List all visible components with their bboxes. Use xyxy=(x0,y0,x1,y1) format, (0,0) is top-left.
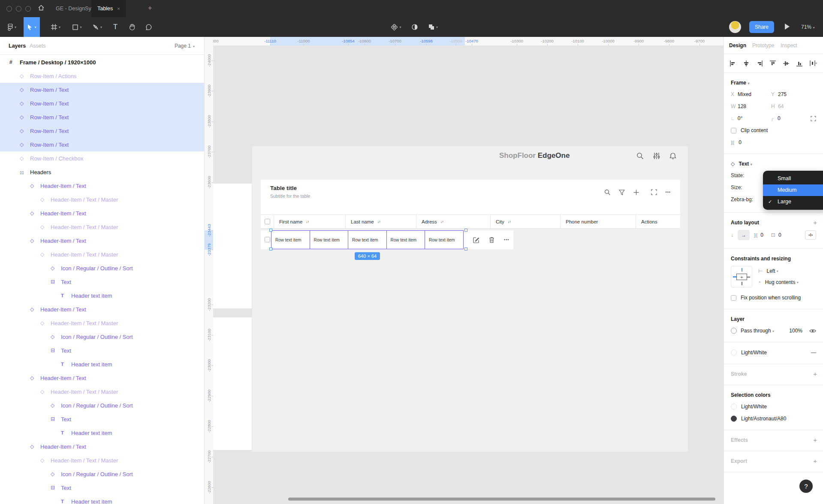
frame-tool-button[interactable]: ▾ xyxy=(46,17,65,37)
selection-handle-top-left[interactable] xyxy=(269,229,272,232)
text-tool-button[interactable]: T xyxy=(108,17,123,37)
layer-row[interactable]: Header text item xyxy=(0,357,204,371)
row-edit-icon[interactable] xyxy=(473,237,479,243)
layer-row[interactable]: Row-Item / Text xyxy=(0,124,204,138)
layer-row[interactable]: Icon / Regular / Outline / Sort xyxy=(0,398,204,412)
present-button[interactable] xyxy=(785,24,790,30)
frame-section-header[interactable]: Frame ▾ xyxy=(724,77,823,88)
layer-row[interactable]: Header-Item / Text xyxy=(0,179,204,193)
constraint-center[interactable]: + xyxy=(736,274,747,280)
layer-row[interactable]: Text xyxy=(0,275,204,289)
clip-content-checkbox[interactable] xyxy=(731,128,736,133)
layer-row[interactable]: Header-Item / Text xyxy=(0,440,204,453)
menu-item-large[interactable]: ✓Large xyxy=(763,196,823,208)
move-tool-button[interactable]: ▾ xyxy=(24,17,40,37)
layer-row[interactable]: Headers xyxy=(0,165,204,179)
layer-row[interactable]: Header-Item / Text xyxy=(0,234,204,247)
table-data-row[interactable]: Row text itemRow text itemRow text itemR… xyxy=(261,230,513,249)
table-filter-icon[interactable] xyxy=(619,190,625,195)
component-tool-button[interactable]: ▾ xyxy=(387,17,405,37)
share-button[interactable]: Share xyxy=(749,21,774,33)
layer-row[interactable]: Row-Item / Text xyxy=(0,138,204,151)
visibility-eye-icon[interactable] xyxy=(809,329,816,333)
fill-swatch[interactable] xyxy=(731,350,737,356)
selection-color-row[interactable]: Light/Astronaut/A80 xyxy=(724,413,823,425)
fix-position-checkbox[interactable] xyxy=(731,295,736,301)
add-export-button[interactable]: + xyxy=(813,457,817,465)
layer-row[interactable]: Header-Item / Text xyxy=(0,206,204,220)
align-bottom-icon[interactable] xyxy=(796,60,802,66)
row-cell[interactable]: Row text item xyxy=(386,230,425,249)
table-more-icon[interactable]: ••• xyxy=(666,190,671,194)
layer-row[interactable]: Text xyxy=(0,481,204,495)
canvas[interactable]: ShopFloor EdgeOne Table title Subtitle f… xyxy=(205,37,724,504)
remove-fill-icon[interactable]: — xyxy=(811,350,816,356)
align-left-icon[interactable] xyxy=(730,60,736,66)
spacing-input[interactable]: 0 xyxy=(739,139,742,145)
user-avatar[interactable] xyxy=(729,21,741,33)
column-header[interactable]: Last name↓↑ xyxy=(345,215,416,228)
search-icon[interactable] xyxy=(636,152,644,160)
constraint-top-tick[interactable] xyxy=(742,268,743,272)
auto-layout-add-button[interactable]: + xyxy=(813,219,817,226)
vertical-resize-dropdown[interactable]: ⌄⌃ Hug contents ▾ xyxy=(758,277,799,288)
constraints-widget[interactable]: + xyxy=(731,266,752,287)
selection-handle-bottom-left[interactable] xyxy=(269,247,272,250)
zoom-level-dropdown[interactable]: 71% ▾ xyxy=(801,17,814,37)
row-cell[interactable]: Row text item xyxy=(310,230,349,249)
row-cell[interactable]: Row text item xyxy=(425,230,464,249)
row-delete-icon[interactable] xyxy=(489,237,494,243)
y-input[interactable]: 275 xyxy=(778,91,811,97)
shape-tool-button[interactable]: ▾ xyxy=(68,17,87,37)
layer-row[interactable]: Header-Item / Text / Master xyxy=(0,453,204,467)
layer-row[interactable]: Icon / Regular / Outline / Sort xyxy=(0,467,204,481)
item-spacing-input[interactable]: 0 xyxy=(760,232,763,238)
layer-row[interactable]: Header text item xyxy=(0,426,204,440)
fix-position-row[interactable]: Fix position when scrolling xyxy=(724,292,823,304)
direction-right-button[interactable]: → xyxy=(738,230,750,240)
align-vertical-center-icon[interactable] xyxy=(783,60,789,66)
table-add-icon[interactable] xyxy=(633,190,639,195)
layer-row[interactable]: Text xyxy=(0,412,204,426)
layer-row[interactable]: Header text item xyxy=(0,289,204,302)
boolean-tool-button[interactable]: ▾ xyxy=(424,17,443,37)
menu-item-medium[interactable]: Medium xyxy=(763,184,823,196)
constraint-bottom-tick[interactable] xyxy=(742,282,742,285)
column-header[interactable]: Actions xyxy=(636,215,680,228)
layer-row[interactable]: Row-Item / Actions xyxy=(0,69,204,83)
horizontal-constraint-dropdown[interactable]: ⊢ Left ▾ xyxy=(758,266,799,277)
distribute-button[interactable]: ▾ xyxy=(810,60,817,66)
window-minimize-button[interactable] xyxy=(16,6,21,12)
window-zoom-button[interactable] xyxy=(25,6,31,12)
layer-row[interactable]: Row-Item / Text xyxy=(0,83,204,97)
independent-corners-icon[interactable] xyxy=(811,116,816,121)
column-header[interactable]: Phone number xyxy=(560,215,636,228)
column-header[interactable]: City↓↑ xyxy=(490,215,560,228)
layer-row[interactable]: Header-Item / Text / Master xyxy=(0,220,204,234)
color-swatch[interactable] xyxy=(731,416,737,422)
direction-down-button[interactable]: ↓ xyxy=(731,232,733,238)
constraint-left-tick[interactable] xyxy=(733,276,736,278)
column-header[interactable]: First name↓↑ xyxy=(274,215,345,228)
sort-icon[interactable]: ↓↑ xyxy=(306,220,309,224)
layer-row[interactable]: Frame / Desktop / 1920×1000 xyxy=(0,55,204,69)
layer-row[interactable]: Header text item xyxy=(0,495,204,504)
layer-row[interactable]: Row-Item / Checkbox xyxy=(0,151,204,165)
layer-row[interactable]: Header-Item / Text xyxy=(0,302,204,316)
layer-row[interactable]: Text xyxy=(0,344,204,357)
filter-sliders-icon[interactable] xyxy=(653,152,660,160)
layer-row[interactable]: Header-Item / Text / Master xyxy=(0,193,204,206)
add-effect-button[interactable]: + xyxy=(813,436,817,444)
layer-row[interactable]: Icon / Regular / Outline / Sort xyxy=(0,261,204,275)
selection-handle-bottom-right[interactable] xyxy=(464,247,467,250)
menu-item-small[interactable]: Small xyxy=(763,173,823,184)
layer-row[interactable]: Row-Item / Text xyxy=(0,110,204,124)
window-close-button[interactable] xyxy=(6,6,12,12)
instance-section-header[interactable]: ◇ Text ▾ xyxy=(724,158,823,169)
new-tab-icon[interactable]: + xyxy=(148,0,152,17)
align-right-icon[interactable] xyxy=(757,60,763,66)
sort-icon[interactable]: ↓↑ xyxy=(508,220,511,224)
page-selector[interactable]: Page 1▾ xyxy=(175,37,195,56)
row-checkbox[interactable] xyxy=(265,237,270,242)
mask-tool-button[interactable] xyxy=(407,17,422,37)
